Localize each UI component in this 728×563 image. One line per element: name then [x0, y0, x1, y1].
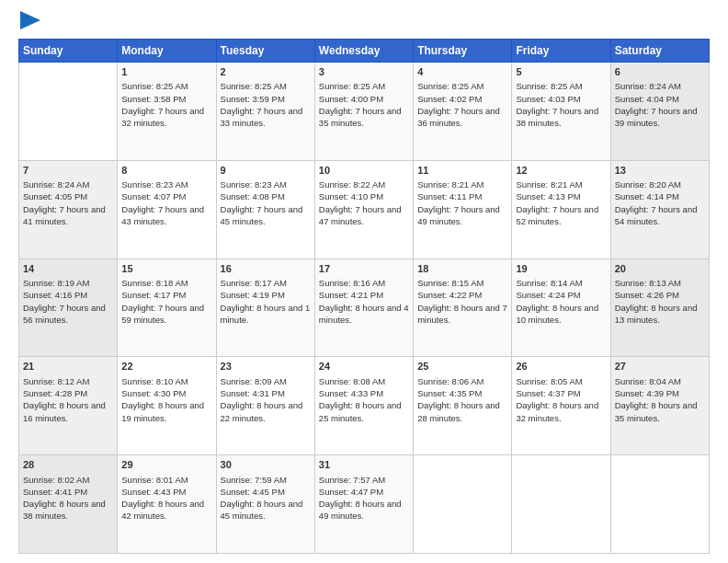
cell-content: 13Sunrise: 8:20 AMSunset: 4:14 PMDayligh…	[615, 164, 705, 228]
table-row: 11Sunrise: 8:21 AMSunset: 4:11 PMDayligh…	[414, 160, 512, 259]
table-row: 26Sunrise: 8:05 AMSunset: 4:37 PMDayligh…	[512, 357, 610, 455]
table-row: 31Sunrise: 7:57 AMSunset: 4:47 PMDayligh…	[314, 455, 413, 554]
sunset-text: Sunset: 4:16 PM	[23, 290, 87, 300]
daylight-text: Daylight: 8 hours and 28 minutes.	[417, 400, 500, 422]
cell-content: 31Sunrise: 7:57 AMSunset: 4:47 PMDayligh…	[319, 458, 409, 523]
sunrise-text: Sunrise: 8:02 AM	[23, 475, 89, 485]
day-number: 8	[121, 164, 211, 178]
calendar-week-row: 1Sunrise: 8:25 AMSunset: 3:58 PMDaylight…	[19, 63, 710, 161]
cell-content: 26Sunrise: 8:05 AMSunset: 4:37 PMDayligh…	[516, 360, 606, 424]
sunset-text: Sunset: 4:37 PM	[516, 388, 580, 398]
sunset-text: Sunset: 4:17 PM	[121, 290, 186, 300]
day-number: 12	[516, 164, 606, 178]
sunset-text: Sunset: 4:07 PM	[121, 191, 186, 201]
table-row: 4Sunrise: 8:25 AMSunset: 4:02 PMDaylight…	[414, 63, 512, 161]
sunrise-text: Sunrise: 8:08 AM	[319, 376, 385, 386]
table-row: 29Sunrise: 8:01 AMSunset: 4:43 PMDayligh…	[118, 455, 216, 554]
daylight-text: Daylight: 8 hours and 22 minutes.	[221, 400, 303, 422]
sunset-text: Sunset: 4:30 PM	[121, 388, 186, 398]
calendar-week-row: 14Sunrise: 8:19 AMSunset: 4:16 PMDayligh…	[19, 259, 710, 357]
col-saturday: Saturday	[610, 40, 709, 63]
daylight-text: Daylight: 7 hours and 59 minutes.	[121, 303, 204, 325]
table-row: 8Sunrise: 8:23 AMSunset: 4:07 PMDaylight…	[118, 160, 216, 259]
sunrise-text: Sunrise: 8:04 AM	[615, 376, 681, 386]
sunrise-text: Sunrise: 8:22 AM	[319, 179, 385, 190]
cell-content: 15Sunrise: 8:18 AMSunset: 4:17 PMDayligh…	[121, 262, 211, 327]
cell-content: 28Sunrise: 8:02 AMSunset: 4:41 PMDayligh…	[23, 458, 113, 523]
day-number: 24	[319, 360, 409, 373]
cell-content: 14Sunrise: 8:19 AMSunset: 4:16 PMDayligh…	[23, 262, 113, 327]
day-number: 31	[319, 458, 409, 472]
sunrise-text: Sunrise: 8:12 AM	[23, 376, 89, 386]
sunset-text: Sunset: 4:21 PM	[319, 290, 383, 300]
sunset-text: Sunset: 4:22 PM	[417, 290, 482, 300]
sunset-text: Sunset: 4:04 PM	[615, 94, 679, 104]
sunrise-text: Sunrise: 8:09 AM	[221, 376, 287, 386]
sunset-text: Sunset: 3:59 PM	[221, 94, 285, 104]
sunset-text: Sunset: 4:00 PM	[319, 94, 383, 104]
col-monday: Monday	[118, 40, 216, 63]
daylight-text: Daylight: 8 hours and 38 minutes.	[23, 499, 106, 521]
table-row: 9Sunrise: 8:23 AMSunset: 4:08 PMDaylight…	[216, 160, 314, 259]
daylight-text: Daylight: 8 hours and 16 minutes.	[23, 400, 106, 422]
cell-content: 7Sunrise: 8:24 AMSunset: 4:05 PMDaylight…	[23, 164, 113, 228]
sunset-text: Sunset: 4:03 PM	[516, 94, 580, 104]
cell-content: 30Sunrise: 7:59 AMSunset: 4:45 PMDayligh…	[221, 458, 311, 523]
sunrise-text: Sunrise: 8:25 AM	[221, 81, 287, 91]
cell-content: 29Sunrise: 8:01 AMSunset: 4:43 PMDayligh…	[121, 458, 211, 523]
table-row: 27Sunrise: 8:04 AMSunset: 4:39 PMDayligh…	[610, 357, 709, 455]
daylight-text: Daylight: 8 hours and 19 minutes.	[121, 400, 204, 422]
cell-content: 10Sunrise: 8:22 AMSunset: 4:10 PMDayligh…	[319, 164, 409, 228]
calendar-header-row: Sunday Monday Tuesday Wednesday Thursday…	[19, 40, 710, 63]
sunrise-text: Sunrise: 8:21 AM	[417, 179, 483, 190]
daylight-text: Daylight: 8 hours and 45 minutes.	[221, 499, 303, 521]
table-row	[414, 455, 512, 554]
logo-arrow-icon	[20, 11, 40, 29]
sunset-text: Sunset: 4:43 PM	[121, 487, 186, 497]
table-row: 10Sunrise: 8:22 AMSunset: 4:10 PMDayligh…	[314, 160, 413, 259]
sunset-text: Sunset: 4:11 PM	[417, 191, 482, 201]
table-row: 19Sunrise: 8:14 AMSunset: 4:24 PMDayligh…	[512, 259, 610, 357]
cell-content: 1Sunrise: 8:25 AMSunset: 3:58 PMDaylight…	[121, 65, 211, 130]
table-row: 25Sunrise: 8:06 AMSunset: 4:35 PMDayligh…	[414, 357, 512, 455]
daylight-text: Daylight: 8 hours and 7 minutes.	[417, 303, 507, 325]
svg-marker-0	[20, 11, 40, 29]
day-number: 23	[221, 360, 311, 373]
sunrise-text: Sunrise: 8:21 AM	[516, 179, 582, 190]
sunset-text: Sunset: 4:41 PM	[23, 487, 87, 497]
table-row	[512, 455, 610, 554]
daylight-text: Daylight: 7 hours and 43 minutes.	[121, 204, 204, 226]
cell-content: 11Sunrise: 8:21 AMSunset: 4:11 PMDayligh…	[417, 164, 507, 228]
sunrise-text: Sunrise: 8:17 AM	[221, 278, 287, 288]
daylight-text: Daylight: 8 hours and 42 minutes.	[121, 499, 204, 521]
cell-content: 18Sunrise: 8:15 AMSunset: 4:22 PMDayligh…	[417, 262, 507, 327]
col-sunday: Sunday	[19, 40, 118, 63]
table-row: 20Sunrise: 8:13 AMSunset: 4:26 PMDayligh…	[610, 259, 709, 357]
sunset-text: Sunset: 4:05 PM	[23, 191, 87, 201]
sunrise-text: Sunrise: 8:23 AM	[221, 179, 287, 190]
cell-content: 20Sunrise: 8:13 AMSunset: 4:26 PMDayligh…	[615, 262, 705, 327]
daylight-text: Daylight: 7 hours and 47 minutes.	[319, 204, 402, 226]
table-row: 13Sunrise: 8:20 AMSunset: 4:14 PMDayligh…	[610, 160, 709, 259]
table-row: 22Sunrise: 8:10 AMSunset: 4:30 PMDayligh…	[118, 357, 216, 455]
sunrise-text: Sunrise: 7:57 AM	[319, 475, 385, 485]
day-number: 27	[615, 360, 705, 373]
daylight-text: Daylight: 8 hours and 32 minutes.	[516, 400, 598, 422]
sunrise-text: Sunrise: 8:25 AM	[417, 81, 483, 91]
daylight-text: Daylight: 8 hours and 49 minutes.	[319, 499, 402, 521]
daylight-text: Daylight: 7 hours and 38 minutes.	[516, 106, 598, 128]
daylight-text: Daylight: 8 hours and 10 minutes.	[516, 303, 598, 325]
day-number: 28	[23, 458, 113, 472]
header	[18, 15, 710, 29]
daylight-text: Daylight: 8 hours and 35 minutes.	[615, 400, 698, 422]
sunrise-text: Sunrise: 8:05 AM	[516, 376, 582, 386]
sunset-text: Sunset: 4:10 PM	[319, 191, 383, 201]
sunset-text: Sunset: 4:13 PM	[516, 191, 580, 201]
cell-content: 5Sunrise: 8:25 AMSunset: 4:03 PMDaylight…	[516, 65, 606, 130]
cell-content: 9Sunrise: 8:23 AMSunset: 4:08 PMDaylight…	[221, 164, 311, 228]
day-number: 20	[615, 262, 705, 276]
daylight-text: Daylight: 7 hours and 56 minutes.	[23, 303, 106, 325]
col-wednesday: Wednesday	[314, 40, 413, 63]
cell-content: 17Sunrise: 8:16 AMSunset: 4:21 PMDayligh…	[319, 262, 409, 327]
table-row: 3Sunrise: 8:25 AMSunset: 4:00 PMDaylight…	[314, 63, 413, 161]
